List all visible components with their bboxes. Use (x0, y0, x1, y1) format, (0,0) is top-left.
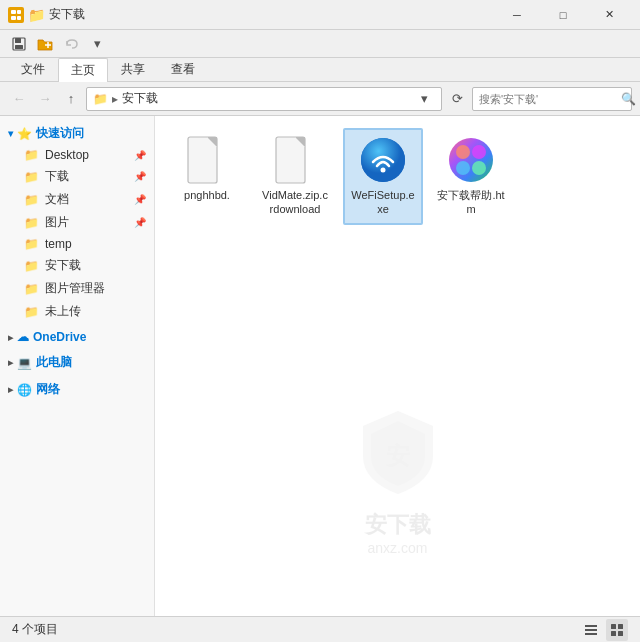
search-input[interactable] (479, 93, 617, 105)
address-folder-icon: 📁 (93, 92, 108, 106)
app-icon (8, 7, 24, 23)
watermark-shield: 安 (353, 406, 443, 510)
svg-rect-6 (15, 45, 23, 49)
ribbon-tabs: 文件 主页 共享 查看 (0, 58, 640, 82)
svg-point-17 (361, 138, 405, 182)
svg-rect-2 (17, 10, 21, 14)
sidebar-header-quickaccess[interactable]: ▾ ⭐ 快速访问 (0, 122, 154, 145)
dropdown-quick-btn[interactable]: ▾ (86, 33, 108, 55)
chevron-right-icon-pc: ▸ (8, 357, 13, 368)
maximize-button[interactable]: □ (540, 0, 586, 30)
file-item-help[interactable]: 安下载帮助.htm (431, 128, 511, 225)
svg-point-20 (456, 145, 470, 159)
pin-icon-pictures: 📌 (134, 217, 146, 228)
sidebar-header-thispc[interactable]: ▸ 💻 此电脑 (0, 351, 154, 374)
sidebar-item-pictures[interactable]: 📁 图片 📌 (0, 211, 154, 234)
file-icon-pnghhbd (183, 136, 231, 184)
svg-rect-5 (15, 38, 21, 43)
main-area: ▾ ⭐ 快速访问 📁 Desktop 📌 📁 下载 📌 📁 文档 📌 📁 (0, 116, 640, 616)
address-path[interactable]: 📁 ▸ 安下载 ▾ (86, 87, 442, 111)
chevron-right-icon-net: ▸ (8, 384, 13, 395)
files-grid: pnghhbd. VidMate.zip.crdownload (167, 128, 628, 225)
file-name-help: 安下载帮助.htm (437, 188, 505, 217)
sidebar-item-picture-manager[interactable]: 📁 图片管理器 (0, 277, 154, 300)
svg-point-21 (472, 145, 486, 159)
list-view-button[interactable] (580, 619, 602, 641)
file-item-vidmate[interactable]: VidMate.zip.crdownload (255, 128, 335, 225)
sidebar-header-onedrive[interactable]: ▸ ☁ OneDrive (0, 327, 154, 347)
pc-icon: 💻 (17, 356, 32, 370)
sidebar-item-download[interactable]: 📁 下载 📌 (0, 165, 154, 188)
close-button[interactable]: ✕ (586, 0, 632, 30)
svg-rect-25 (585, 629, 597, 631)
icon-view-button[interactable] (606, 619, 628, 641)
sidebar-section-onedrive: ▸ ☁ OneDrive (0, 325, 154, 349)
sidebar-item-anzaixai[interactable]: 📁 安下载 (0, 254, 154, 277)
file-icon-wefisetup (359, 136, 407, 184)
tab-view[interactable]: 查看 (158, 57, 208, 81)
file-name-wefisetup: WeFiSetup.exe (349, 188, 417, 217)
svg-rect-1 (11, 16, 16, 20)
sidebar-section-thispc: ▸ 💻 此电脑 (0, 349, 154, 376)
svg-text:安: 安 (384, 442, 410, 469)
title-bar: 📁 安下载 ─ □ ✕ (0, 0, 640, 30)
refresh-button[interactable]: ⟳ (446, 88, 468, 110)
tab-home[interactable]: 主页 (58, 58, 108, 82)
folder-icon-documents: 📁 (24, 193, 39, 207)
title-text: 安下载 (49, 6, 85, 23)
pin-icon-desktop: 📌 (134, 150, 146, 161)
sidebar-item-not-uploaded[interactable]: 📁 未上传 (0, 300, 154, 323)
file-item-wefisetup[interactable]: WeFiSetup.exe (343, 128, 423, 225)
svg-point-19 (449, 138, 493, 182)
watermark-main-text: 安下载 (365, 510, 431, 540)
watermark: 安 安下载 anxz.com (353, 406, 443, 556)
back-button[interactable]: ← (8, 88, 30, 110)
sidebar: ▾ ⭐ 快速访问 📁 Desktop 📌 📁 下载 📌 📁 文档 📌 📁 (0, 116, 155, 616)
sidebar-item-temp[interactable]: 📁 temp (0, 234, 154, 254)
file-area[interactable]: 安 安下载 anxz.com pnghhbd. (155, 116, 640, 616)
folder-icon: 📁 (24, 148, 39, 162)
tab-file[interactable]: 文件 (8, 57, 58, 81)
status-bar-right (580, 619, 628, 641)
folder-icon-pictures: 📁 (24, 216, 39, 230)
folder-icon-temp: 📁 (24, 237, 39, 251)
address-dropdown-btn[interactable]: ▾ (413, 88, 435, 110)
minimize-button[interactable]: ─ (494, 0, 540, 30)
file-item-pnghhbd[interactable]: pnghhbd. (167, 128, 247, 225)
network-icon: 🌐 (17, 383, 32, 397)
file-name-pnghhbd: pnghhbd. (184, 188, 230, 202)
sidebar-item-documents[interactable]: 📁 文档 📌 (0, 188, 154, 211)
svg-rect-29 (611, 631, 616, 636)
title-controls: ─ □ ✕ (494, 0, 632, 30)
search-box[interactable]: 🔍 (472, 87, 632, 111)
status-bar: 4 个项目 (0, 616, 640, 642)
new-folder-quick-btn[interactable] (34, 33, 56, 55)
title-bar-left: 📁 安下载 (8, 6, 494, 23)
status-item-count: 4 个项目 (12, 621, 58, 638)
save-quick-btn[interactable] (8, 33, 30, 55)
window-icon-folder: 📁 (28, 7, 45, 23)
undo-quick-btn[interactable] (60, 33, 82, 55)
pin-icon-documents: 📌 (134, 194, 146, 205)
address-path-separator: ▸ (112, 92, 118, 106)
svg-rect-28 (618, 624, 623, 629)
svg-rect-24 (585, 625, 597, 627)
folder-icon-not-uploaded: 📁 (24, 305, 39, 319)
file-icon-vidmate (271, 136, 319, 184)
sidebar-header-network[interactable]: ▸ 🌐 网络 (0, 378, 154, 401)
forward-button[interactable]: → (34, 88, 56, 110)
svg-rect-0 (11, 10, 16, 14)
quick-toolbar: ▾ (0, 30, 640, 58)
tab-share[interactable]: 共享 (108, 57, 158, 81)
up-button[interactable]: ↑ (60, 88, 82, 110)
svg-point-23 (472, 161, 486, 175)
folder-icon-pic-manager: 📁 (24, 282, 39, 296)
address-bar: ← → ↑ 📁 ▸ 安下载 ▾ ⟳ 🔍 (0, 82, 640, 116)
chevron-down-icon: ▾ (8, 128, 13, 139)
svg-rect-3 (17, 16, 21, 20)
sidebar-section-quickaccess: ▾ ⭐ 快速访问 📁 Desktop 📌 📁 下载 📌 📁 文档 📌 📁 (0, 120, 154, 325)
sidebar-item-desktop[interactable]: 📁 Desktop 📌 (0, 145, 154, 165)
folder-icon-download: 📁 (24, 170, 39, 184)
svg-rect-30 (618, 631, 623, 636)
svg-rect-26 (585, 633, 597, 635)
